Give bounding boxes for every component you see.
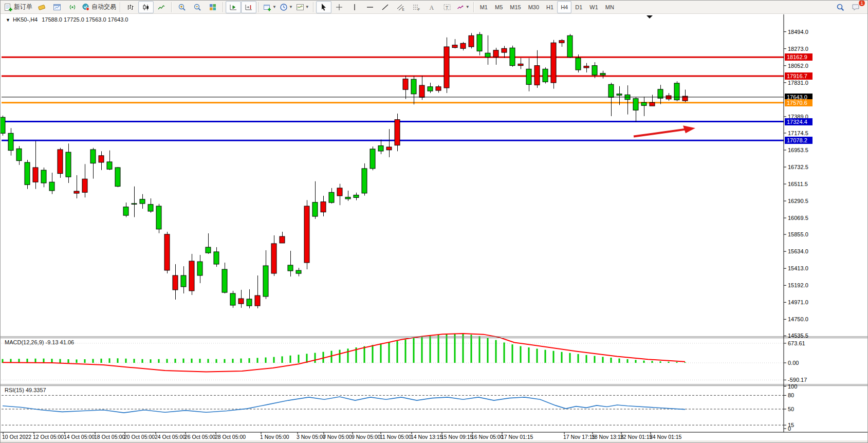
- dropdown-arrow-icon[interactable]: ▼: [305, 5, 309, 9]
- macd-label: MACD(12,26,9) -9.13 41.06: [5, 339, 74, 345]
- zoom-out-icon: [193, 3, 201, 11]
- macd-histogram-bar: [635, 360, 637, 363]
- toolbar-button-ticket[interactable]: [34, 1, 49, 13]
- candle-body: [222, 269, 227, 292]
- toolbar-button-cursor[interactable]: [316, 1, 331, 13]
- macd-histogram-bar: [331, 351, 333, 363]
- toolbar-button-zoom-in[interactable]: [174, 1, 190, 13]
- toolbar-button-horizontal-line[interactable]: [362, 1, 378, 13]
- rsi-label: RSI(15) 49.3357: [5, 387, 46, 393]
- candle-body: [633, 99, 638, 110]
- macd-histogram-bar: [421, 337, 423, 363]
- price-tick-label: 15413.0: [788, 265, 808, 271]
- macd-histogram-bar: [158, 359, 160, 363]
- svg-text:T: T: [446, 5, 449, 10]
- macd-histogram-bar: [594, 356, 596, 363]
- time-tick-label: 16 Nov 05:00: [471, 434, 503, 440]
- timeframe-H1[interactable]: H1: [543, 1, 557, 13]
- toolbar-button-trendline[interactable]: [378, 1, 393, 13]
- macd-histogram-bar: [224, 359, 226, 363]
- macd-histogram-bar: [142, 359, 143, 363]
- candle-body: [485, 53, 490, 57]
- dropdown-arrow-icon[interactable]: ▼: [466, 5, 470, 9]
- candle-body: [362, 169, 367, 193]
- dropdown-arrow-icon[interactable]: ▼: [272, 5, 276, 9]
- toolbar-button-templates[interactable]: ▼: [294, 1, 311, 13]
- window-bottom-strip: [1, 440, 868, 443]
- time-tick-label: 3 Nov 05:00: [297, 434, 326, 440]
- toolbar-button-text[interactable]: A: [424, 1, 439, 13]
- new-order-icon: [4, 3, 12, 11]
- toolbar-button-arrows[interactable]: ▼: [455, 1, 471, 13]
- candle-body: [584, 66, 589, 68]
- horizontal-line-icon: [366, 3, 374, 11]
- time-tick-label: 15 Nov 09:15: [441, 434, 473, 440]
- toolbar-button-text-label[interactable]: T: [439, 1, 455, 13]
- candle-body: [271, 244, 276, 273]
- candle-body: [148, 205, 153, 211]
- toolbar-button-search[interactable]: [833, 1, 848, 13]
- timeframe-D1[interactable]: D1: [571, 1, 586, 13]
- toolbar-button-zoom-out[interactable]: [190, 1, 205, 13]
- candle-body: [666, 96, 671, 99]
- macd-histogram-bar: [569, 353, 571, 363]
- toolbar-button-new-chart[interactable]: ▼: [262, 1, 278, 13]
- candle-body: [378, 146, 383, 151]
- toolbar-button-label: 自动交易: [91, 3, 116, 11]
- toolbar-button-charts-window[interactable]: [49, 1, 65, 13]
- toolbar-separator: [223, 2, 224, 12]
- timeframe-MN[interactable]: MN: [602, 1, 618, 13]
- toolbar-button-bar-chart[interactable]: [123, 1, 138, 13]
- toolbar-button-crosshair[interactable]: [331, 1, 347, 13]
- level-price-badge: 17324.4: [785, 118, 812, 125]
- macd-histogram-bar: [611, 358, 612, 363]
- macd-histogram-bar: [405, 340, 407, 363]
- candle-body: [230, 293, 235, 305]
- macd-histogram-bar: [134, 359, 135, 363]
- macd-histogram-bar: [495, 340, 497, 363]
- candle-body: [1, 117, 5, 133]
- toolbar-button-signal[interactable]: [65, 1, 80, 13]
- toolbar-button-equidistant-channel[interactable]: E: [393, 1, 409, 13]
- macd-histogram-bar: [84, 359, 86, 363]
- timeframe-M30[interactable]: M30: [525, 1, 543, 13]
- candle-body: [386, 147, 392, 150]
- timeframe-M1[interactable]: M1: [476, 1, 491, 13]
- dropdown-arrow-icon[interactable]: ▼: [289, 5, 293, 9]
- macd-histogram-bar: [60, 359, 61, 363]
- toolbar-button-tile-windows[interactable]: [205, 1, 220, 13]
- toolbar-button-candlestick-chart[interactable]: [138, 1, 154, 13]
- toolbar-button-period[interactable]: ▼: [278, 1, 294, 13]
- toolbar: 新订单自动交易▼▼▼EFAT▼M1M5M15M30H1H4D1W1MN1: [1, 1, 868, 14]
- notification-badge: 1: [858, 0, 865, 7]
- timeframe-H4[interactable]: H4: [557, 1, 571, 13]
- time-tick-label: 20 Oct 05:00: [124, 434, 155, 440]
- macd-histogram-bar: [315, 353, 316, 363]
- toolbar-button-chart-shift[interactable]: [241, 1, 256, 13]
- price-tick-label: 15192.0: [788, 282, 808, 288]
- toolbar-button-auto-scroll[interactable]: [226, 1, 241, 13]
- toolbar-button-notifications[interactable]: 1: [848, 1, 863, 13]
- toolbar-button-fibonacci[interactable]: F: [409, 1, 424, 13]
- macd-tick-label: -590.17: [788, 377, 807, 383]
- macd-histogram-bar: [586, 355, 587, 363]
- chart-window: ▼HK50-,H417588.0 17725.0 17563.0 17643.0…: [1, 14, 868, 443]
- macd-histogram-bar: [101, 359, 102, 363]
- toolbar-button-auto-trading[interactable]: 自动交易: [80, 1, 118, 13]
- timeframe-M15[interactable]: M15: [506, 1, 524, 13]
- candle-body: [518, 64, 523, 65]
- chart-canvas: [1, 14, 868, 443]
- candle-body: [337, 188, 342, 196]
- candle-body: [140, 199, 145, 204]
- chevron-down-icon[interactable]: ▼: [6, 17, 10, 23]
- timeframe-W1[interactable]: W1: [586, 1, 602, 13]
- toolbar-button-line-chart[interactable]: [154, 1, 169, 13]
- search-icon: [836, 3, 844, 11]
- toolbar-button-new-order[interactable]: 新订单: [3, 1, 34, 13]
- candle-body: [123, 207, 128, 215]
- timeframe-M5[interactable]: M5: [491, 1, 506, 13]
- candle-body: [641, 102, 647, 105]
- candle-body: [576, 58, 581, 70]
- period-icon: [280, 3, 288, 11]
- toolbar-button-vertical-line[interactable]: [347, 1, 362, 13]
